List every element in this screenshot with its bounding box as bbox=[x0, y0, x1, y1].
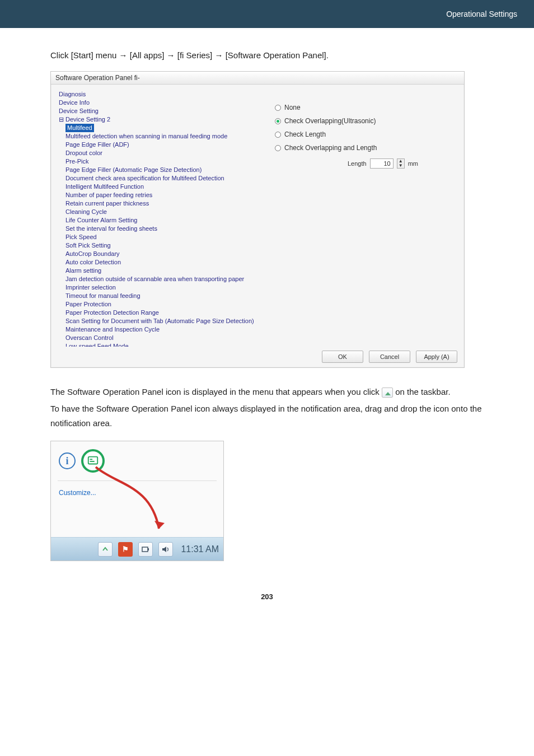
speaker-glyph-icon bbox=[162, 546, 170, 553]
radio-length[interactable]: Check Length bbox=[275, 130, 453, 138]
radio-icon-selected bbox=[275, 118, 281, 124]
radio-none[interactable]: None bbox=[275, 104, 453, 111]
tree-item[interactable]: Alarm setting bbox=[65, 267, 260, 275]
tree-item[interactable]: Maintenance and Inspection Cycle bbox=[65, 325, 260, 334]
svg-rect-2 bbox=[90, 461, 95, 462]
dialog-buttons: OK Cancel Apply (A) bbox=[322, 351, 457, 363]
tree-item[interactable]: Overscan Control bbox=[65, 334, 260, 342]
radio-overlap[interactable]: Check Overlapping(Ultrasonic) bbox=[275, 117, 453, 125]
header-section: Operational Settings bbox=[446, 10, 517, 18]
radio-icon bbox=[275, 145, 281, 151]
taskbar: ⚑ 11:31 AM bbox=[51, 537, 223, 561]
length-row: Length 10 ▲▼ mm bbox=[348, 158, 453, 169]
tree-item[interactable]: Jam detection outside of scannable area … bbox=[65, 275, 260, 283]
arrow-icon: → bbox=[214, 50, 223, 60]
tree-item[interactable]: Cleaning Cycle bbox=[65, 208, 260, 216]
tray-expand-button[interactable] bbox=[98, 542, 113, 557]
arrow-icon: → bbox=[167, 50, 175, 60]
arrow-icon: → bbox=[119, 50, 128, 60]
tree-item-expanded[interactable]: ⊟ Device Setting 2 bbox=[59, 115, 260, 124]
svg-rect-4 bbox=[142, 547, 148, 552]
sop-tray-icon[interactable] bbox=[81, 449, 105, 473]
customize-link[interactable]: Customize... bbox=[51, 483, 223, 505]
tree-item[interactable]: Scan Setting for Document with Tab (Auto… bbox=[65, 317, 260, 325]
settings-tree[interactable]: Diagnosis Device Info Device Setting ⊟ D… bbox=[51, 85, 264, 347]
panel-glyph-icon bbox=[87, 455, 99, 467]
battery-glyph-icon bbox=[142, 547, 149, 552]
ok-button[interactable]: OK bbox=[322, 351, 363, 363]
length-label: Length bbox=[348, 160, 367, 167]
svg-rect-0 bbox=[88, 457, 98, 464]
svg-marker-6 bbox=[162, 547, 166, 552]
tree-item[interactable]: Low-speed Feed Mode bbox=[65, 342, 260, 347]
radio-icon bbox=[275, 105, 281, 111]
window-title: Software Operation Panel fi- bbox=[51, 72, 464, 85]
tray-up-arrow-icon bbox=[382, 388, 393, 398]
tree-item[interactable]: AutoCrop Boundary bbox=[65, 250, 260, 258]
tree-item[interactable]: Number of paper feeding retries bbox=[65, 191, 260, 199]
svg-rect-1 bbox=[90, 459, 93, 460]
page-number: 203 bbox=[50, 592, 484, 601]
page-header: Operational Settings bbox=[0, 0, 534, 28]
tree-item[interactable]: Document check area specification for Mu… bbox=[65, 174, 260, 183]
tree-item[interactable]: Pre-Pick bbox=[65, 157, 260, 166]
tree-item[interactable]: Intelligent Multifeed Function bbox=[65, 183, 260, 191]
info-icon[interactable]: i bbox=[59, 452, 76, 469]
svg-marker-3 bbox=[154, 521, 165, 529]
spin-buttons[interactable]: ▲▼ bbox=[397, 158, 405, 169]
tree-item[interactable]: Pick Speed bbox=[65, 233, 260, 241]
svg-rect-5 bbox=[148, 548, 149, 550]
radio-overlap-length[interactable]: Check Overlapping and Length bbox=[275, 144, 453, 152]
battery-icon[interactable] bbox=[138, 542, 153, 557]
radio-icon bbox=[275, 132, 281, 138]
tree-item[interactable]: Retain current paper thickness bbox=[65, 199, 260, 208]
tree-item[interactable]: Paper Protection Detection Range bbox=[65, 309, 260, 317]
notification-area-screenshot: i Customize... ⚑ bbox=[50, 441, 224, 561]
cancel-button[interactable]: Cancel bbox=[369, 351, 410, 363]
tree-item[interactable]: Diagnosis bbox=[59, 90, 260, 99]
length-unit: mm bbox=[408, 160, 418, 167]
tree-item[interactable]: Device Setting bbox=[59, 107, 260, 115]
tree-item[interactable]: Multifeed detection when scanning in man… bbox=[65, 132, 260, 141]
divider bbox=[58, 480, 217, 481]
tree-item[interactable]: Page Edge Filler (ADF) bbox=[65, 141, 260, 149]
sop-window: Software Operation Panel fi- Diagnosis D… bbox=[50, 71, 465, 368]
action-center-icon[interactable]: ⚑ bbox=[118, 542, 133, 557]
tree-item[interactable]: Paper Protection bbox=[65, 300, 260, 309]
volume-icon[interactable] bbox=[158, 542, 173, 557]
tree-item[interactable]: Soft Pick Setting bbox=[65, 241, 260, 250]
instruction-line: Click [Start] menu → [All apps] → [fi Se… bbox=[50, 50, 484, 60]
tree-item[interactable]: Imprinter selection bbox=[65, 283, 260, 292]
body-paragraph-1: The Software Operation Panel icon is dis… bbox=[50, 385, 484, 399]
tree-item[interactable]: Timeout for manual feeding bbox=[65, 292, 260, 300]
tree-item[interactable]: Set the interval for feeding sheets bbox=[65, 225, 260, 233]
apply-button[interactable]: Apply (A) bbox=[416, 351, 457, 363]
tree-item[interactable]: Device Info bbox=[59, 99, 260, 107]
taskbar-clock[interactable]: 11:31 AM bbox=[181, 544, 219, 554]
tree-item[interactable]: Life Counter Alarm Setting bbox=[65, 216, 260, 225]
settings-panel: None Check Overlapping(Ultrasonic) Check… bbox=[264, 85, 464, 347]
tree-item[interactable]: Dropout color bbox=[65, 149, 260, 157]
length-input[interactable]: 10 bbox=[370, 158, 394, 169]
tree-item[interactable]: Auto color Detection bbox=[65, 258, 260, 267]
chevron-up-icon bbox=[102, 547, 108, 552]
body-paragraph-2: To have the Software Operation Panel ico… bbox=[50, 402, 484, 431]
tree-item[interactable]: Page Edge Filler (Automatic Page Size De… bbox=[65, 166, 260, 174]
tree-item-selected[interactable]: Multifeed bbox=[65, 124, 260, 132]
